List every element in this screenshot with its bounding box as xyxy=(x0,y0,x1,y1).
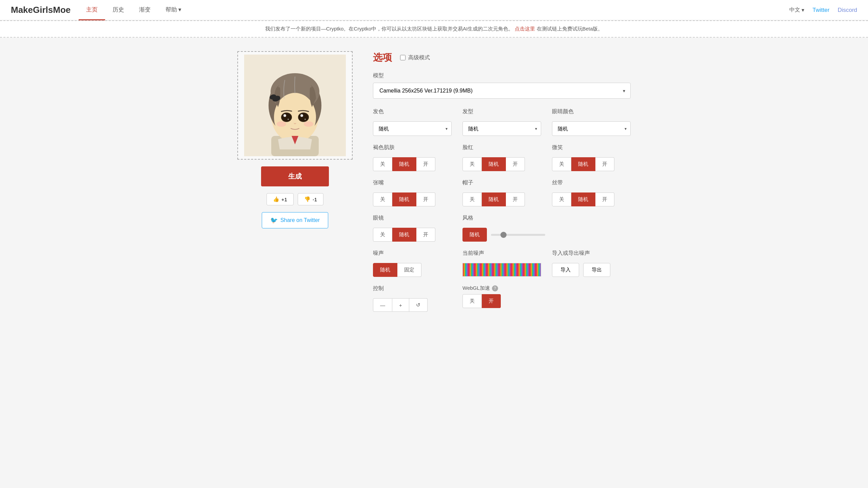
smile-on-button[interactable]: 开 xyxy=(595,157,614,171)
tan-off-button[interactable]: 关 xyxy=(373,157,392,171)
model-select[interactable]: Camellia 256x256 Ver.171219 (9.9MB) xyxy=(373,83,631,99)
blush-on-button[interactable]: 开 xyxy=(506,157,525,171)
ribbon-on-button[interactable]: 开 xyxy=(595,192,614,206)
hair-color-dropdown-wrapper: 随机 ▾ xyxy=(373,121,452,136)
control-btn-1[interactable]: — xyxy=(373,298,392,312)
svg-point-10 xyxy=(299,113,308,121)
glasses-off-button[interactable]: 关 xyxy=(373,228,392,242)
logo[interactable]: MakeGirlsMoe xyxy=(11,5,71,15)
control-btn-3[interactable]: ↺ xyxy=(409,298,428,312)
noise-preview xyxy=(462,263,541,277)
import-export-buttons: 导入 导出 xyxy=(552,263,631,277)
svg-point-16 xyxy=(304,121,313,127)
webgl-on-button[interactable]: 开 xyxy=(482,294,501,308)
thumbs-down-icon: 👎 xyxy=(304,196,311,202)
discord-link[interactable]: Discord xyxy=(837,7,857,14)
language-selector[interactable]: 中文 ▾ xyxy=(789,6,804,14)
import-export-label: 导入或导出噪声 xyxy=(552,250,631,257)
thumbs-up-icon: 👍 xyxy=(273,196,279,202)
ribbon-toggle: 关 随机 开 xyxy=(552,192,631,206)
smile-toggle: 关 随机 开 xyxy=(552,157,631,171)
hat-on-button[interactable]: 开 xyxy=(506,192,525,206)
noise-toggle: 随机 固定 xyxy=(373,263,452,277)
webgl-toggle: 关 开 xyxy=(462,294,541,308)
advanced-mode-toggle[interactable]: 高级模式 xyxy=(400,54,430,61)
announcement-link[interactable]: 点击这里 xyxy=(515,26,535,32)
noise-random-button[interactable]: 随机 xyxy=(373,263,397,277)
current-noise-group: 当前噪声 xyxy=(462,250,541,277)
mouth-random-button[interactable]: 随机 xyxy=(392,192,416,206)
blush-group: 脸红 关 随机 开 xyxy=(462,144,541,171)
import-export-group: 导入或导出噪声 导入 导出 xyxy=(552,250,631,277)
advanced-mode-checkbox[interactable] xyxy=(400,55,406,60)
svg-point-15 xyxy=(277,121,286,127)
smile-off-button[interactable]: 关 xyxy=(552,157,571,171)
mouth-on-button[interactable]: 开 xyxy=(416,192,435,206)
blush-toggle: 关 随机 开 xyxy=(462,157,541,171)
smile-random-button[interactable]: 随机 xyxy=(571,157,595,171)
hair-style-group: 发型 随机 ▾ xyxy=(462,108,541,136)
tan-label: 褐色肌肤 xyxy=(373,144,452,151)
main-content: 生成 👍 +1 👎 -1 🐦 Share on Twitter 选项 高级模式 xyxy=(197,38,671,325)
left-panel: 生成 👍 +1 👎 -1 🐦 Share on Twitter xyxy=(237,51,353,312)
image-container xyxy=(237,51,353,160)
nav-gradual[interactable]: 渐变 xyxy=(132,0,158,20)
chevron-down-icon: ▾ xyxy=(178,6,181,13)
style-random-button[interactable]: 随机 xyxy=(462,228,487,242)
style-control-row: 随机 xyxy=(462,228,631,242)
model-section: 模型 Camellia 256x256 Ver.171219 (9.9MB) ▾ xyxy=(373,72,631,99)
generate-button[interactable]: 生成 xyxy=(261,166,329,186)
webgl-off-button[interactable]: 关 xyxy=(462,294,482,308)
mouth-group: 张嘴 关 随机 开 xyxy=(373,179,452,206)
style-group: 风格 随机 xyxy=(462,215,631,242)
hat-random-button[interactable]: 随机 xyxy=(482,192,506,206)
upvote-button[interactable]: 👍 +1 xyxy=(267,193,294,205)
hair-color-select[interactable]: 随机 xyxy=(373,121,452,136)
downvote-button[interactable]: 👎 -1 xyxy=(298,193,323,205)
model-select-wrapper: Camellia 256x256 Ver.171219 (9.9MB) ▾ xyxy=(373,83,631,99)
share-twitter-button[interactable]: 🐦 Share on Twitter xyxy=(262,212,328,228)
glasses-on-button[interactable]: 开 xyxy=(416,228,435,242)
glasses-label: 眼镜 xyxy=(373,215,452,222)
hat-label: 帽子 xyxy=(462,179,541,186)
toggles-row-2: 张嘴 关 随机 开 帽子 关 随机 开 丝带 关 随机 xyxy=(373,179,631,206)
options-header: 选项 高级模式 xyxy=(373,51,631,64)
control-btn-2[interactable]: + xyxy=(392,298,409,312)
twitter-link[interactable]: Twitter xyxy=(812,7,829,14)
ribbon-off-button[interactable]: 关 xyxy=(552,192,571,206)
hair-style-select[interactable]: 随机 xyxy=(462,121,541,136)
import-button[interactable]: 导入 xyxy=(552,263,579,277)
glasses-random-button[interactable]: 随机 xyxy=(392,228,416,242)
tan-random-button[interactable]: 随机 xyxy=(392,157,416,171)
glasses-group: 眼镜 关 随机 开 xyxy=(373,215,452,242)
blush-random-button[interactable]: 随机 xyxy=(482,157,506,171)
style-slider[interactable] xyxy=(491,234,545,236)
ribbon-label: 丝带 xyxy=(552,179,631,186)
tan-on-button[interactable]: 开 xyxy=(416,157,435,171)
blush-off-button[interactable]: 关 xyxy=(462,157,482,171)
navigation: MakeGirlsMoe 主页 历史 渐变 帮助 ▾ 中文 ▾ Twitter … xyxy=(0,0,868,20)
mouth-off-button[interactable]: 关 xyxy=(373,192,392,206)
hat-off-button[interactable]: 关 xyxy=(462,192,482,206)
svg-point-13 xyxy=(288,119,289,120)
help-icon[interactable]: ? xyxy=(492,285,498,291)
options-title: 选项 xyxy=(373,51,392,64)
toggles-row-1: 褐色肌肤 关 随机 开 脸红 关 随机 开 微笑 关 随机 xyxy=(373,144,631,171)
ribbon-random-button[interactable]: 随机 xyxy=(571,192,595,206)
hair-style-dropdown-wrapper: 随机 ▾ xyxy=(462,121,541,136)
svg-point-14 xyxy=(304,119,306,120)
nav-home[interactable]: 主页 xyxy=(79,0,105,20)
nav-help[interactable]: 帮助 ▾ xyxy=(158,0,189,20)
right-panel: 选项 高级模式 模型 Camellia 256x256 Ver.171219 (… xyxy=(373,51,631,312)
control-section: 控制 — + ↺ WebGL加速 ? 关 开 xyxy=(373,285,631,312)
eye-color-select[interactable]: 随机 xyxy=(552,121,631,136)
nav-history[interactable]: 历史 xyxy=(105,0,132,20)
hat-group: 帽子 关 随机 开 xyxy=(462,179,541,206)
webgl-label: WebGL加速 ? xyxy=(462,285,541,291)
style-label: 风格 xyxy=(462,215,631,222)
noise-fixed-button[interactable]: 固定 xyxy=(397,263,421,277)
model-label: 模型 xyxy=(373,72,631,79)
hair-color-label: 发色 xyxy=(373,108,452,115)
svg-point-11 xyxy=(283,114,286,117)
export-button[interactable]: 导出 xyxy=(583,263,610,277)
